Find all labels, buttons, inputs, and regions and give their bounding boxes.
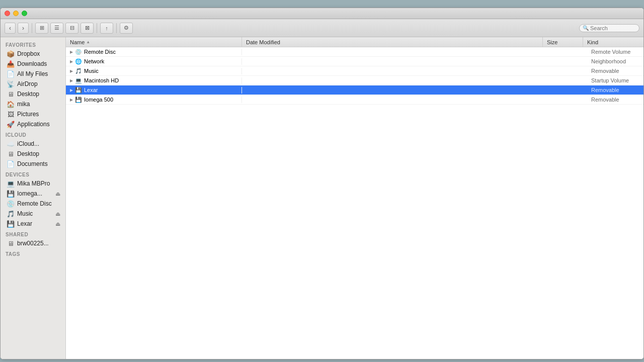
iomega-kind: Removable (588, 97, 643, 103)
network-file-name: Network (84, 58, 104, 64)
sidebar-item-iomega[interactable]: 💾 Iomega... ⏏ (2, 189, 64, 199)
sidebar-label-dropbox: Dropbox (17, 50, 40, 57)
file-row-remote-disc[interactable]: ▶ 💿 Remote Disc Remote Volume (66, 47, 643, 57)
forward-button[interactable]: › (18, 23, 29, 34)
sidebar-label-remote-disc: Remote Disc (17, 200, 52, 207)
sidebar-item-icloud-desktop[interactable]: 🖥 Desktop (2, 149, 64, 159)
sidebar-item-mika-mbpro[interactable]: 💻 Mika MBPro (2, 178, 64, 189)
iomega-icon: 💾 (7, 190, 15, 198)
eject-music-icon[interactable]: ⏏ (55, 211, 60, 217)
remote-disc-file-icon: 💿 (75, 49, 82, 55)
sidebar-item-all-my-files[interactable]: 📄 All My Files (2, 69, 64, 79)
network-file-icon: 🌐 (75, 58, 82, 65)
lexar-file-name: Lexar (84, 87, 98, 93)
sidebar-label-documents: Documents (17, 160, 48, 167)
all-files-icon: 📄 (7, 70, 15, 78)
file-row-iomega-500[interactable]: ▶ 💾 Iomega 500 Removable (66, 95, 643, 105)
desktop-icon: 🖥 (7, 90, 15, 98)
brw00225-icon: 🖥 (7, 239, 15, 247)
network-kind: Neighborhood (588, 58, 643, 64)
view-cover-button[interactable]: ⊠ (80, 23, 94, 34)
devices-section-header: Devices (1, 169, 65, 178)
finder-titlebar (1, 8, 643, 19)
toolbar-separator-2 (97, 23, 97, 33)
sidebar-label-lexar: Lexar (17, 220, 32, 227)
remote-disc-kind: Remote Volume (588, 49, 643, 55)
sidebar-item-icloud[interactable]: ☁️ iCloud... (2, 139, 64, 149)
toolbar-separator-3 (116, 23, 117, 33)
view-column-button[interactable]: ⊟ (65, 23, 78, 34)
sidebar-label-mika: mika (17, 101, 30, 108)
view-list-button[interactable]: ☰ (50, 23, 63, 34)
finder-toolbar: ‹ › ⊞ ☰ ⊟ ⊠ ↑ ⚙ 🔍 (1, 19, 643, 37)
mac-hd-file-icon: 💻 (75, 77, 82, 84)
sidebar-label-airdrop: AirDrop (17, 80, 38, 87)
finder-sidebar: Favorites 📦 Dropbox 📥 Downloads 📄 All My… (1, 37, 66, 359)
search-input[interactable] (590, 25, 635, 31)
sidebar-item-applications[interactable]: 🚀 Applications (2, 119, 64, 129)
col-header-size[interactable]: Size (543, 37, 583, 47)
sidebar-label-applications: Applications (17, 121, 50, 128)
file-row-network[interactable]: ▶ 🌐 Network Neighborhood (66, 57, 643, 66)
mac-hd-file-name: Macintosh HD (84, 77, 119, 83)
sidebar-label-pictures: Pictures (17, 111, 39, 118)
finder-window: ‹ › ⊞ ☰ ⊟ ⊠ ↑ ⚙ 🔍 Favorites 📦 Dropbox 📥 … (0, 8, 644, 359)
action-button[interactable]: ⚙ (120, 23, 133, 34)
sidebar-item-desktop[interactable]: 🖥 Desktop (2, 89, 64, 99)
col-header-kind[interactable]: Kind (583, 37, 643, 47)
view-icon-button[interactable]: ⊞ (35, 23, 48, 34)
sidebar-label-desktop: Desktop (17, 90, 39, 98)
sidebar-label-icloud-desktop: Desktop (17, 150, 39, 157)
sidebar-item-lexar[interactable]: 💾 Lexar ⏏ (2, 219, 64, 229)
applications-icon: 🚀 (7, 120, 15, 128)
share-button[interactable]: ↑ (100, 23, 113, 34)
sidebar-item-downloads[interactable]: 📥 Downloads (2, 59, 64, 69)
sidebar-item-pictures[interactable]: 🖼 Pictures (2, 109, 64, 119)
sidebar-item-remote-disc[interactable]: 💿 Remote Disc (2, 199, 64, 209)
music-file-icon: 🎵 (75, 68, 82, 74)
back-button[interactable]: ‹ (5, 23, 16, 34)
sidebar-item-airdrop[interactable]: 📡 AirDrop (2, 79, 64, 89)
sidebar-label-mika-mbpro: Mika MBPro (17, 180, 50, 187)
sidebar-item-documents[interactable]: 📄 Documents (2, 159, 64, 169)
file-row-lexar[interactable]: ▶ 💾 Lexar Removable (66, 85, 643, 95)
file-row-macintosh-hd[interactable]: ▶ 💻 Macintosh HD Startup Volume (66, 76, 643, 85)
lexar-kind: Removable (588, 87, 643, 93)
sidebar-label-downloads: Downloads (17, 60, 47, 67)
sidebar-item-mika[interactable]: 🏠 mika (2, 99, 64, 109)
search-box: 🔍 (579, 24, 639, 32)
eject-lexar-icon[interactable]: ⏏ (55, 221, 60, 227)
expand-arrow-net: ▶ (70, 59, 73, 64)
lexar-sidebar-icon: 💾 (7, 220, 15, 228)
airdrop-icon: 📡 (7, 80, 15, 88)
sidebar-item-music[interactable]: 🎵 Music ⏏ (2, 209, 64, 219)
toolbar-separator (32, 23, 32, 33)
icloud-desktop-icon: 🖥 (7, 150, 15, 158)
favorites-section-header: Favorites (1, 39, 65, 49)
file-row-music[interactable]: ▶ 🎵 Music Removable (66, 66, 643, 76)
remote-disc-file-name: Remote Disc (84, 49, 116, 55)
expand-arrow-music: ▶ (70, 69, 73, 73)
sidebar-item-dropbox[interactable]: 📦 Dropbox (2, 49, 64, 59)
maximize-button[interactable] (22, 11, 27, 16)
shared-section-header: Shared (1, 229, 65, 238)
minimize-button[interactable] (13, 11, 19, 16)
mac-hd-kind: Startup Volume (588, 77, 643, 83)
close-button[interactable] (5, 11, 10, 16)
search-icon: 🔍 (583, 25, 589, 31)
music-kind: Removable (588, 68, 643, 74)
dropbox-icon: 📦 (7, 50, 15, 58)
file-list: ▶ 💿 Remote Disc Remote Volume ▶ 🌐 Networ… (66, 47, 643, 359)
icloud-icon: ☁️ (7, 140, 15, 148)
col-header-name[interactable]: Name ▲ (66, 37, 242, 47)
sidebar-item-brw00225[interactable]: 🖥 brw00225... (2, 238, 64, 248)
sidebar-label-all-files: All My Files (17, 70, 48, 77)
remote-disc-icon: 💿 (7, 200, 15, 208)
col-header-date[interactable]: Date Modified (242, 37, 543, 47)
eject-iomega-icon[interactable]: ⏏ (55, 191, 60, 197)
finder-content: Name ▲ Date Modified Size Kind ▶ 💿 Remot… (66, 37, 643, 359)
documents-icon: 📄 (7, 160, 15, 168)
tags-section-header: Tags (1, 248, 65, 258)
expand-arrow-hd: ▶ (70, 78, 73, 83)
mbpro-icon: 💻 (7, 179, 15, 188)
